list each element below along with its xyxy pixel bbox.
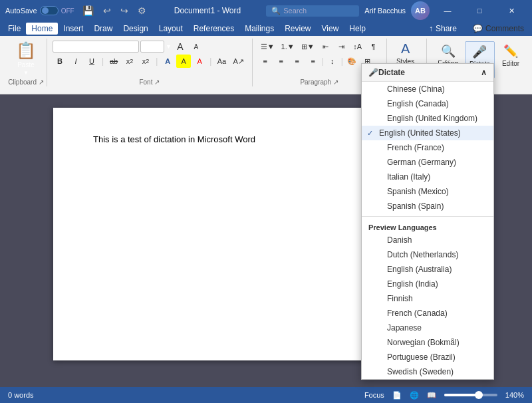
menu-mailings[interactable]: Mailings [239,23,279,35]
line-spacing-btn[interactable]: ↕ [325,55,340,68]
lang-english-canada[interactable]: English (Canada) [362,96,493,111]
increase-font-btn[interactable]: A [173,40,188,53]
lang-norwegian-bokmal[interactable]: Norwegian (Bokmål) [362,335,493,350]
multilevel-btn[interactable]: ⊞▼ [299,40,317,53]
maximize-button[interactable]: □ [464,0,495,21]
view-icon-print[interactable]: 📄 [392,391,402,400]
numbering-btn[interactable]: 1.▼ [279,40,297,53]
font-size: 11 [148,43,156,51]
view-icon-read[interactable]: 📖 [427,391,436,400]
lang-portuguese-brazil[interactable]: Portuguese (Brazil) [362,350,493,364]
comments-label: Comments [485,24,524,33]
menu-layout[interactable]: Layout [154,23,188,35]
editor-icon: ✏️ [503,44,518,59]
comments-button[interactable]: 💬 Comments [467,21,529,36]
format-sep3: | [209,57,211,66]
decrease-font-btn[interactable]: A [189,40,203,53]
dictate-dropdown: 🎤 Dictate ∧ Chinese (China) English (Can… [361,63,494,380]
font-dropdown-arrow: ▼ [128,43,136,51]
font-size-arrow: ▼ [166,43,172,50]
case-button[interactable]: Aa [214,55,229,68]
paste-button[interactable]: 📋 Paste ▼ [11,39,41,78]
save-icon[interactable]: 💾 [80,4,96,17]
sort-btn[interactable]: ↕A [350,40,365,53]
zoom-slider[interactable] [444,394,497,396]
focus-label[interactable]: Focus [364,391,384,399]
lang-french-canada[interactable]: French (Canada) [362,306,493,321]
font-size-selector[interactable]: 11 [140,41,164,53]
subscript-button[interactable]: x2 [122,55,137,68]
italic-button[interactable]: I [68,55,83,68]
customize-icon[interactable]: ⚙ [135,4,149,17]
justify-btn[interactable]: ≡ [306,55,321,68]
lang-english-uk[interactable]: English (United Kingdom) [362,111,493,126]
menu-view[interactable]: View [317,23,344,35]
dictate-icon: 🎤 [472,45,487,59]
font-name-selector[interactable]: Calibri (Body) ▼ [53,41,139,53]
menu-home[interactable]: Home [26,23,58,35]
lang-dutch-netherlands[interactable]: Dutch (Netherlands) [362,247,493,262]
font-group: Calibri (Body) ▼ 11 ▼ A A B I U | ab x2 … [47,39,253,86]
text-effects-button[interactable]: A [160,55,175,68]
dictate-button[interactable]: 🎤 Dictate ▼ 🎤 Dictate ∧ Chinese (China) [465,41,495,78]
font-color-button[interactable]: A [192,55,207,68]
decrease-indent-btn[interactable]: ⇤ [319,40,333,53]
align-right-btn[interactable]: ≡ [290,55,305,68]
window-controls: — □ ✕ [432,0,527,21]
lang-spanish-spain[interactable]: Spanish (Spain) [362,199,493,213]
para-row1: ☰▼ 1.▼ ⊞▼ ⇤ ⇥ ↕A ¶ [258,40,381,53]
close-button[interactable]: ✕ [496,0,527,21]
undo-icon[interactable]: ↩ [100,4,114,17]
search-icon: 🔍 [271,7,281,15]
menu-draw[interactable]: Draw [88,23,118,35]
dictate-collapse-icon[interactable]: ∧ [481,68,487,77]
lang-german-germany[interactable]: German (Germany) [362,155,493,170]
bullets-btn[interactable]: ☰▼ [258,40,277,53]
lang-japanese[interactable]: Japanese [362,321,493,335]
lang-english-us[interactable]: ✓ English (United States) [362,126,493,140]
lang-chinese-china[interactable]: Chinese (China) [362,82,493,96]
title-bar: AutoSave OFF 💾 ↩ ↪ ⚙ Document1 - Word 🔍 … [0,0,532,21]
autosave-toggle[interactable] [40,6,59,15]
title-bar-right: Arif Bacchus AB [364,1,430,20]
lang-english-india[interactable]: English (India) [362,277,493,291]
redo-icon[interactable]: ↪ [118,4,131,17]
view-icon-web[interactable]: 🌐 [410,391,419,400]
zoom-level[interactable]: 140% [505,391,524,399]
menu-review[interactable]: Review [279,23,316,35]
avatar[interactable]: AB [411,1,430,20]
menu-design[interactable]: Design [118,23,153,35]
share-button[interactable]: ↑ Share [421,21,465,36]
lang-english-australia[interactable]: English (Australia) [362,262,493,277]
menu-file[interactable]: File [3,23,26,35]
autosave-state: OFF [61,7,74,15]
shading-btn[interactable]: 🎨 [344,55,359,68]
underline-button[interactable]: U [84,55,99,68]
highlight-button[interactable]: A [176,55,191,68]
lang-danish[interactable]: Danish [362,233,493,247]
editor-button[interactable]: ✏️ Editor [497,41,524,70]
show-marks-btn[interactable]: ¶ [366,40,381,53]
align-left-btn[interactable]: ≡ [258,55,273,68]
clipboard-label: Clipboard ↗ [5,78,47,86]
align-center-btn[interactable]: ≡ [274,55,289,68]
superscript-button[interactable]: x2 [138,55,153,68]
lang-italian-italy[interactable]: Italian (Italy) [362,170,493,184]
increase-indent-btn[interactable]: ⇥ [334,40,349,53]
title-search[interactable]: 🔍 Search [266,5,359,17]
menu-help[interactable]: Help [344,23,371,35]
menu-references[interactable]: References [188,23,239,35]
lang-swedish-sweden[interactable]: Swedish (Sweden) [362,364,493,379]
lang-spanish-mexico[interactable]: Spanish (Mexico) [362,184,493,199]
minimize-button[interactable]: — [432,0,463,21]
strikethrough-button[interactable]: ab [106,55,121,68]
menu-insert[interactable]: Insert [58,23,88,35]
lang-finnish[interactable]: Finnish [362,291,493,306]
app-container: AutoSave OFF 💾 ↩ ↪ ⚙ Document1 - Word 🔍 … [0,0,532,403]
clear-format-button[interactable]: A↗ [230,55,246,68]
search-placeholder: Search [283,7,307,15]
dictate-header-icon: 🎤 [368,68,378,77]
preview-section-label: Preview Languages [362,219,493,233]
bold-button[interactable]: B [53,55,67,68]
lang-french-france[interactable]: French (France) [362,140,493,155]
